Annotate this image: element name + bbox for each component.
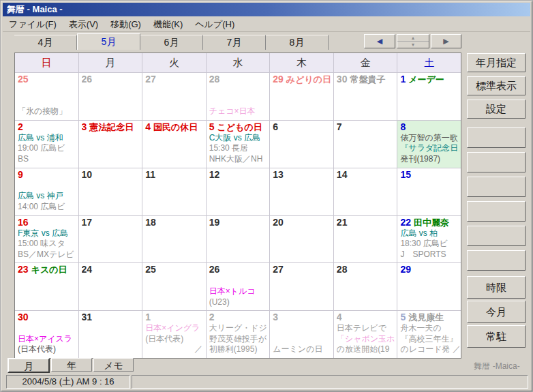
spinner-up-icon[interactable]: ▲ xyxy=(397,35,429,42)
calendar-cell[interactable]: 27 xyxy=(270,263,333,310)
day-header: 日 xyxy=(15,53,78,72)
calendar-cell[interactable]: 9 広島 vs 神戸14:00 広島ビ xyxy=(15,168,78,215)
cell-head: 14 xyxy=(337,169,396,181)
calendar-cell[interactable]: 6 xyxy=(270,121,333,168)
calendar-cell[interactable]: 8俵万智の第一歌『サラダ記念日』発刊(1987) xyxy=(397,121,461,168)
calendar-cell[interactable]: 25 xyxy=(142,263,206,310)
calendar-cell[interactable]: 28 チェコ×日本 xyxy=(207,73,270,120)
calendar-cell[interactable]: 3 ムーミンの日 xyxy=(270,311,333,358)
month-tab-8月[interactable]: 8月 xyxy=(266,35,329,50)
cell-head: 22田中麗奈 xyxy=(400,217,459,228)
event-line: BS／MXテレビ xyxy=(18,250,77,260)
event-line xyxy=(18,85,77,96)
view-tab-年[interactable]: 年 xyxy=(51,358,92,372)
cell-head: 27 xyxy=(145,74,204,85)
sidebar: 年月指定標準表示設定時限今月常駐 xyxy=(467,53,526,350)
calendar-cell[interactable]: 31 xyxy=(79,311,142,358)
sidebar-blank-button[interactable] xyxy=(467,226,526,246)
sidebar-blank-button[interactable] xyxy=(467,127,526,148)
calendar-cell[interactable]: 19 xyxy=(207,216,270,263)
cell-head: 29みどりの日 xyxy=(273,74,332,85)
event-line xyxy=(18,323,77,334)
calendar-cell[interactable]: 3憲法記念日 xyxy=(79,121,142,168)
sidebar-button-常駐[interactable]: 常駐 xyxy=(467,325,526,348)
calendar-cell[interactable]: 4日本テレビで「シャボン玉ホリの放送開始(19 xyxy=(334,311,397,358)
calendar-cell[interactable]: 10 xyxy=(79,168,142,215)
sidebar-blank-button[interactable] xyxy=(467,152,526,172)
calendar-cell[interactable]: 29みどりの日 xyxy=(270,73,333,120)
calendar-cell[interactable]: 18 xyxy=(142,216,206,263)
day-number: 5 xyxy=(209,121,215,132)
sidebar-button-時限[interactable]: 時限 xyxy=(467,276,526,299)
calendar-cell[interactable]: 12 xyxy=(207,168,270,215)
sidebar-button-今月[interactable]: 今月 xyxy=(467,301,526,323)
calendar-cell[interactable]: 22田中麗奈広島 vs 柏18:30 広島ビJ SPORTS xyxy=(397,216,461,263)
title-bar[interactable]: 舞暦 - Maica - xyxy=(3,3,530,16)
cell-head: 3憲法記念日 xyxy=(82,121,141,133)
calendar-cell[interactable]: 28 xyxy=(334,263,397,310)
left-arrow-icon: ◀ xyxy=(377,37,382,45)
sidebar-button-標準表示[interactable]: 標準表示 xyxy=(467,76,526,95)
event-line: 『サラダ記念日』 xyxy=(400,143,459,154)
calendar-cell[interactable]: 29 xyxy=(397,263,461,310)
calendar-cell[interactable]: 16F東京 vs 広島15:00 味スタBS／MXテレビ xyxy=(15,216,78,263)
month-tab-5月[interactable]: 5月 xyxy=(77,33,140,50)
sidebar-button-設定[interactable]: 設定 xyxy=(467,100,526,119)
calendar-cell[interactable]: 13 xyxy=(270,168,333,215)
day-number: 2 xyxy=(209,312,215,322)
calendar-cell[interactable]: 21 xyxy=(334,216,397,263)
day-number: 11 xyxy=(145,169,155,180)
cell-head: 6 xyxy=(273,121,332,133)
sidebar-blank-button[interactable] xyxy=(467,250,526,271)
right-arrow-icon: ▶ xyxy=(443,37,448,45)
calendar-cell[interactable]: 15 xyxy=(397,168,461,215)
menu-item-0[interactable]: ファイル(F) xyxy=(3,17,63,31)
sidebar-blank-button[interactable] xyxy=(467,177,526,197)
event-line: J SPORTS xyxy=(400,250,459,260)
month-tab-6月[interactable]: 6月 xyxy=(140,35,203,50)
sidebar-blank-button[interactable] xyxy=(467,201,526,222)
view-tab-月[interactable]: 月 xyxy=(7,358,50,373)
view-tab-メモ[interactable]: メモ xyxy=(93,358,134,372)
calendar-cell[interactable]: 11 xyxy=(142,168,206,215)
calendar-cell[interactable]: 25 「氷の接吻」 xyxy=(15,73,78,120)
sidebar-button-年月指定[interactable]: 年月指定 xyxy=(467,53,526,72)
event-line: NHK大阪／NH xyxy=(209,154,269,165)
calendar-cell[interactable]: 1日本×イングラ(日本代表) ／ xyxy=(142,311,206,358)
event-line xyxy=(273,334,332,345)
day-number: 3 xyxy=(273,312,278,322)
next-month-button[interactable]: ▶ xyxy=(431,34,461,48)
calendar-cell[interactable]: 2大リーグ・ドジャ野茂英雄投手が初勝利(1995) xyxy=(207,311,270,358)
menu-item-4[interactable]: ヘルプ(H) xyxy=(189,17,241,31)
calendar-cell[interactable]: 26 日本×トルコ(U23) xyxy=(207,263,270,310)
calendar-cell[interactable]: 20 xyxy=(270,216,333,263)
calendar-cell[interactable]: 17 xyxy=(79,216,142,263)
day-number: 19 xyxy=(209,217,220,228)
menu-item-3[interactable]: 機能(K) xyxy=(147,17,189,31)
calendar-cell[interactable]: 30 日本×アイスラ(日本代表) xyxy=(15,311,78,358)
spinner-down-icon[interactable]: ▼ xyxy=(397,42,429,48)
menu-item-1[interactable]: 表示(V) xyxy=(63,17,104,31)
calendar-cell[interactable]: 5浅見康生舟木一夫の『高校三年生』のレコード発 ／ xyxy=(397,311,461,358)
menu-item-2[interactable]: 移動(G) xyxy=(104,17,147,31)
cell-head: 28 xyxy=(209,74,269,85)
month-tab-7月[interactable]: 7月 xyxy=(203,35,266,50)
day-number: 26 xyxy=(82,74,93,85)
cell-head: 30 xyxy=(18,312,77,323)
calendar-cell[interactable]: 7 xyxy=(334,121,397,168)
calendar-cell[interactable]: 23キスの日 xyxy=(15,263,78,310)
month-tab-4月[interactable]: 4月 xyxy=(14,35,77,50)
month-spinner[interactable]: ▲ ▼ xyxy=(397,34,429,48)
calendar-cell[interactable]: 14 xyxy=(334,168,397,215)
calendar-cell[interactable]: 5こどもの日C大阪 vs 広島15:30 長居NHK大阪／NH xyxy=(207,121,270,168)
calendar-cell[interactable]: 1メーデー xyxy=(397,73,461,120)
event-line: 発刊(1987) xyxy=(400,154,459,165)
calendar-cell[interactable]: 27 xyxy=(142,73,206,120)
calendar-cell[interactable]: 2広島 vs 浦和19:00 広島ビBS xyxy=(15,121,78,168)
calendar-cell[interactable]: 26 xyxy=(79,73,142,120)
event-line: ムーミンの日 xyxy=(273,344,332,355)
previous-month-button[interactable]: ◀ xyxy=(364,34,395,48)
calendar-cell[interactable]: 30常盤貴子 xyxy=(334,73,397,120)
calendar-cell[interactable]: 4国民の休日 xyxy=(142,121,206,168)
calendar-cell[interactable]: 24 xyxy=(79,263,142,310)
